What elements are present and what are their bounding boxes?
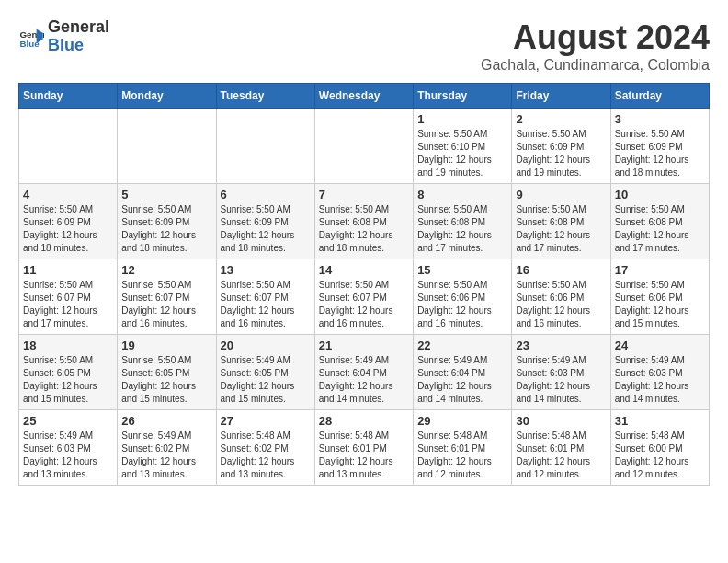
calendar-cell-w3-d3: 13Sunrise: 5:50 AM Sunset: 6:07 PM Dayli… — [216, 259, 314, 335]
day-number: 26 — [121, 414, 211, 428]
day-info: Sunrise: 5:50 AM Sunset: 6:05 PM Dayligh… — [121, 354, 211, 406]
calendar-cell-w2-d1: 4Sunrise: 5:50 AM Sunset: 6:09 PM Daylig… — [19, 184, 118, 259]
logo: General Blue General Blue — [18, 18, 109, 55]
calendar-cell-w2-d3: 6Sunrise: 5:50 AM Sunset: 6:09 PM Daylig… — [216, 184, 314, 259]
header-sunday: Sunday — [19, 84, 118, 109]
day-info: Sunrise: 5:48 AM Sunset: 6:01 PM Dayligh… — [516, 430, 606, 481]
day-info: Sunrise: 5:50 AM Sunset: 6:09 PM Dayligh… — [221, 203, 311, 255]
calendar-cell-w2-d5: 8Sunrise: 5:50 AM Sunset: 6:08 PM Daylig… — [414, 184, 512, 259]
calendar-week-5: 25Sunrise: 5:49 AM Sunset: 6:03 PM Dayli… — [19, 410, 710, 486]
day-number: 6 — [221, 188, 311, 201]
day-info: Sunrise: 5:48 AM Sunset: 6:02 PM Dayligh… — [221, 430, 311, 481]
header-thursday: Thursday — [414, 84, 512, 109]
day-number: 12 — [121, 263, 211, 277]
day-number: 9 — [516, 188, 606, 201]
calendar-cell-w1-d5: 1Sunrise: 5:50 AM Sunset: 6:10 PM Daylig… — [414, 109, 512, 184]
day-number: 11 — [23, 263, 113, 277]
day-info: Sunrise: 5:49 AM Sunset: 6:03 PM Dayligh… — [615, 354, 705, 406]
header-monday: Monday — [118, 84, 216, 109]
day-info: Sunrise: 5:50 AM Sunset: 6:08 PM Dayligh… — [417, 203, 507, 255]
calendar-cell-w5-d6: 30Sunrise: 5:48 AM Sunset: 6:01 PM Dayli… — [512, 410, 610, 486]
calendar-cell-w4-d6: 23Sunrise: 5:49 AM Sunset: 6:03 PM Dayli… — [512, 335, 610, 410]
calendar-cell-w4-d2: 19Sunrise: 5:50 AM Sunset: 6:05 PM Dayli… — [118, 335, 216, 410]
day-info: Sunrise: 5:50 AM Sunset: 6:05 PM Dayligh… — [23, 354, 113, 406]
main-title: August 2024 — [481, 18, 710, 57]
day-info: Sunrise: 5:49 AM Sunset: 6:05 PM Dayligh… — [221, 354, 311, 406]
day-number: 16 — [516, 263, 606, 277]
calendar-cell-w3-d7: 17Sunrise: 5:50 AM Sunset: 6:06 PM Dayli… — [610, 259, 709, 335]
svg-text:Blue: Blue — [19, 39, 40, 49]
day-info: Sunrise: 5:50 AM Sunset: 6:08 PM Dayligh… — [319, 203, 409, 255]
calendar-week-1: 1Sunrise: 5:50 AM Sunset: 6:10 PM Daylig… — [19, 109, 710, 184]
subtitle: Gachala, Cundinamarca, Colombia — [481, 57, 710, 74]
title-section: August 2024 Gachala, Cundinamarca, Colom… — [481, 18, 710, 74]
logo-icon: General Blue — [18, 24, 44, 50]
calendar-week-3: 11Sunrise: 5:50 AM Sunset: 6:07 PM Dayli… — [19, 259, 710, 335]
calendar-cell-w3-d5: 15Sunrise: 5:50 AM Sunset: 6:06 PM Dayli… — [414, 259, 512, 335]
day-number: 19 — [121, 339, 211, 352]
header: General Blue General Blue August 2024 Ga… — [18, 18, 710, 74]
day-info: Sunrise: 5:50 AM Sunset: 6:08 PM Dayligh… — [615, 203, 705, 255]
day-number: 31 — [615, 414, 705, 428]
calendar-cell-w2-d6: 9Sunrise: 5:50 AM Sunset: 6:08 PM Daylig… — [512, 184, 610, 259]
day-number: 10 — [615, 188, 705, 201]
calendar-cell-w5-d3: 27Sunrise: 5:48 AM Sunset: 6:02 PM Dayli… — [216, 410, 314, 486]
day-info: Sunrise: 5:49 AM Sunset: 6:04 PM Dayligh… — [417, 354, 507, 406]
calendar-cell-w5-d2: 26Sunrise: 5:49 AM Sunset: 6:02 PM Dayli… — [118, 410, 216, 486]
day-number: 5 — [121, 188, 211, 201]
calendar-cell-w4-d3: 20Sunrise: 5:49 AM Sunset: 6:05 PM Dayli… — [216, 335, 314, 410]
day-number: 22 — [417, 339, 507, 352]
day-number: 17 — [615, 263, 705, 277]
day-number: 14 — [319, 263, 409, 277]
day-number: 25 — [23, 414, 113, 428]
day-info: Sunrise: 5:49 AM Sunset: 6:04 PM Dayligh… — [319, 354, 409, 406]
calendar-cell-w1-d4 — [314, 109, 413, 184]
logo-blue: Blue — [48, 37, 109, 55]
day-number: 27 — [221, 414, 311, 428]
day-number: 15 — [417, 263, 507, 277]
day-number: 28 — [319, 414, 409, 428]
logo-general: General — [48, 18, 109, 37]
calendar-cell-w3-d6: 16Sunrise: 5:50 AM Sunset: 6:06 PM Dayli… — [512, 259, 610, 335]
day-info: Sunrise: 5:50 AM Sunset: 6:09 PM Dayligh… — [23, 203, 113, 255]
day-info: Sunrise: 5:49 AM Sunset: 6:03 PM Dayligh… — [23, 430, 113, 481]
day-number: 24 — [615, 339, 705, 352]
day-number: 18 — [23, 339, 113, 352]
header-friday: Friday — [512, 84, 610, 109]
calendar-header-row: Sunday Monday Tuesday Wednesday Thursday… — [19, 84, 710, 109]
day-number: 4 — [23, 188, 113, 201]
day-number: 2 — [516, 112, 606, 126]
calendar-cell-w4-d5: 22Sunrise: 5:49 AM Sunset: 6:04 PM Dayli… — [414, 335, 512, 410]
calendar-cell-w1-d7: 3Sunrise: 5:50 AM Sunset: 6:09 PM Daylig… — [610, 109, 709, 184]
day-info: Sunrise: 5:50 AM Sunset: 6:09 PM Dayligh… — [615, 128, 705, 179]
day-number: 20 — [221, 339, 311, 352]
calendar-cell-w4-d4: 21Sunrise: 5:49 AM Sunset: 6:04 PM Dayli… — [314, 335, 413, 410]
calendar-cell-w3-d1: 11Sunrise: 5:50 AM Sunset: 6:07 PM Dayli… — [19, 259, 118, 335]
calendar-cell-w1-d3 — [216, 109, 314, 184]
calendar-cell-w1-d2 — [118, 109, 216, 184]
calendar-cell-w2-d2: 5Sunrise: 5:50 AM Sunset: 6:09 PM Daylig… — [118, 184, 216, 259]
day-info: Sunrise: 5:50 AM Sunset: 6:06 PM Dayligh… — [417, 279, 507, 330]
day-info: Sunrise: 5:48 AM Sunset: 6:00 PM Dayligh… — [615, 430, 705, 481]
day-info: Sunrise: 5:50 AM Sunset: 6:07 PM Dayligh… — [319, 279, 409, 330]
calendar-week-4: 18Sunrise: 5:50 AM Sunset: 6:05 PM Dayli… — [19, 335, 710, 410]
day-info: Sunrise: 5:50 AM Sunset: 6:07 PM Dayligh… — [121, 279, 211, 330]
day-number: 7 — [319, 188, 409, 201]
day-info: Sunrise: 5:48 AM Sunset: 6:01 PM Dayligh… — [319, 430, 409, 481]
day-number: 21 — [319, 339, 409, 352]
day-number: 3 — [615, 112, 705, 126]
calendar-cell-w5-d7: 31Sunrise: 5:48 AM Sunset: 6:00 PM Dayli… — [610, 410, 709, 486]
header-saturday: Saturday — [610, 84, 709, 109]
calendar-cell-w1-d6: 2Sunrise: 5:50 AM Sunset: 6:09 PM Daylig… — [512, 109, 610, 184]
day-number: 13 — [221, 263, 311, 277]
day-info: Sunrise: 5:49 AM Sunset: 6:03 PM Dayligh… — [516, 354, 606, 406]
day-info: Sunrise: 5:50 AM Sunset: 6:09 PM Dayligh… — [516, 128, 606, 179]
header-wednesday: Wednesday — [314, 84, 413, 109]
calendar-table: Sunday Monday Tuesday Wednesday Thursday… — [18, 83, 710, 486]
calendar-cell-w2-d4: 7Sunrise: 5:50 AM Sunset: 6:08 PM Daylig… — [314, 184, 413, 259]
calendar-week-2: 4Sunrise: 5:50 AM Sunset: 6:09 PM Daylig… — [19, 184, 710, 259]
calendar-cell-w5-d5: 29Sunrise: 5:48 AM Sunset: 6:01 PM Dayli… — [414, 410, 512, 486]
day-number: 29 — [417, 414, 507, 428]
day-info: Sunrise: 5:50 AM Sunset: 6:07 PM Dayligh… — [23, 279, 113, 330]
day-info: Sunrise: 5:49 AM Sunset: 6:02 PM Dayligh… — [121, 430, 211, 481]
